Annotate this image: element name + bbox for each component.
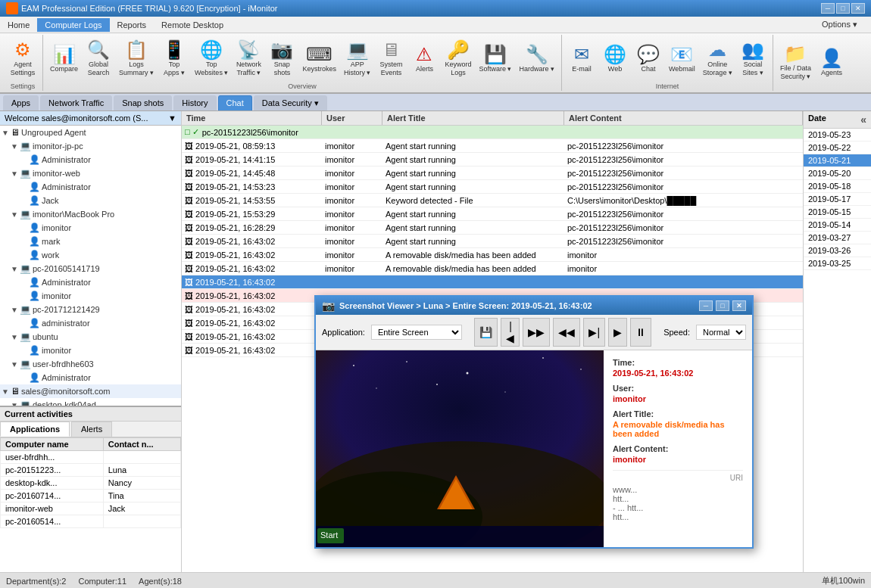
tree-item-desktop-kdk04ad[interactable]: ▼💻desktop-kdk04ad: [0, 398, 181, 406]
back-btn[interactable]: ◀◀: [553, 318, 580, 347]
sidebar-dropdown-icon[interactable]: ▼: [168, 114, 176, 123]
keystrokes-btn[interactable]: ⌨ Keystrokes: [298, 36, 340, 82]
table-row[interactable]: pc-20160714... Tina: [1, 490, 181, 502]
tree-item-admin-pc1[interactable]: 👤Administrator: [0, 275, 181, 289]
expand-user603[interactable]: ▼: [11, 360, 20, 369]
table-row[interactable]: desktop-kdk... Nancy: [1, 477, 181, 490]
options-menu[interactable]: Options ▾: [814, 17, 865, 32]
table-row[interactable]: imonitor-web Jack: [1, 502, 181, 515]
network-traffic-btn[interactable]: 📡 NetworkTraffic ▾: [232, 36, 265, 82]
chat-btn[interactable]: 💬 Chat: [632, 36, 665, 82]
date-item[interactable]: 2019-05-17: [804, 193, 871, 206]
menu-reports[interactable]: Reports: [110, 18, 155, 32]
tab-alerts-bottom[interactable]: Alerts: [71, 422, 112, 437]
expand-ungrouped[interactable]: ▼: [2, 129, 11, 137]
tree-item-imonitor-jp-pc[interactable]: ▼💻imonitor-jp-pc: [0, 139, 181, 153]
date-item[interactable]: 2019-05-15: [804, 206, 871, 219]
expand-sales[interactable]: ▼: [2, 387, 11, 396]
tree-item-admin-web[interactable]: 👤Administrator: [0, 180, 181, 194]
date-item-active[interactable]: 2019-05-21: [804, 154, 871, 167]
alert-row-active[interactable]: 🖼 2019-05-21, 16:43:02: [182, 275, 803, 289]
date-nav-prev[interactable]: «: [860, 114, 866, 126]
app-history-btn[interactable]: 💻 APPHistory ▾: [340, 36, 375, 82]
agents-btn[interactable]: 👤 Agents: [815, 39, 848, 86]
menu-remote-desktop[interactable]: Remote Desktop: [154, 18, 231, 32]
first-btn[interactable]: |◀: [501, 318, 520, 347]
table-row[interactable]: pc-20151223... Luna: [1, 464, 181, 477]
date-item[interactable]: 2019-03-26: [804, 244, 871, 257]
global-search-btn[interactable]: 🔍 GlobalSearch: [82, 36, 115, 82]
pause-btn[interactable]: ⏸: [630, 318, 651, 347]
tree-item-user-bfrdhhe603[interactable]: ▼💻user-bfrdhhe603: [0, 357, 181, 371]
expand-jp-pc[interactable]: ▼: [11, 142, 20, 151]
keyword-logs-btn[interactable]: 🔑 KeywordLogs: [441, 36, 475, 82]
file-security-btn[interactable]: 📁 File / DataSecurity ▾: [776, 39, 815, 86]
tree-item-pc-201712121429[interactable]: ▼💻pc-201712121429: [0, 303, 181, 316]
system-events-btn[interactable]: 🖥 SystemEvents: [374, 36, 407, 82]
agent-settings-btn[interactable]: ⚙ AgentSettings: [6, 36, 39, 82]
tab-network[interactable]: Network Traffic: [40, 95, 112, 110]
logs-summary-btn[interactable]: 📋 LogsSummary ▾: [115, 36, 158, 82]
maximize-btn[interactable]: □: [836, 3, 850, 14]
date-item[interactable]: 2019-05-22: [804, 142, 871, 154]
webmail-btn[interactable]: 📧 Webmail: [665, 36, 699, 82]
date-item[interactable]: 2019-03-27: [804, 232, 871, 244]
expand-imonitor-web[interactable]: ▼: [11, 170, 20, 178]
tree-item-pc-201605141719[interactable]: ▼💻pc-201605141719: [0, 262, 181, 275]
alert-row[interactable]: 🖼 2019-05-21, 16:43:02 imonitor Agent st…: [182, 235, 803, 248]
tree-item-administrator-pc2[interactable]: 👤administrator: [0, 316, 181, 330]
web-btn[interactable]: 🌐 Web: [598, 36, 632, 82]
expand-pc2[interactable]: ▼: [11, 306, 20, 314]
tree-item-admin-user603[interactable]: 👤Administrator: [0, 371, 181, 384]
alerts-btn[interactable]: ⚠ Alerts: [407, 36, 441, 82]
modal-close-btn[interactable]: ✕: [732, 300, 746, 311]
alert-row[interactable]: 🖼 2019-05-21, 14:41:15 imonitor Agent st…: [182, 153, 803, 166]
alert-row[interactable]: 🖼 2019-05-21, 15:53:29 imonitor Agent st…: [182, 207, 803, 221]
software-btn[interactable]: 💾 Software ▾: [475, 36, 515, 82]
tree-item-imonitor-mac[interactable]: ▼💻imonitor\MacBook Pro: [0, 207, 181, 221]
menu-home[interactable]: Home: [0, 18, 37, 32]
expand-imonitor-mac[interactable]: ▼: [11, 210, 20, 219]
tree-item-work[interactable]: 👤work: [0, 248, 181, 262]
tab-datasecurity[interactable]: Data Security ▾: [254, 95, 327, 110]
forward-btn[interactable]: ▶▶: [523, 318, 550, 347]
date-item[interactable]: 2019-05-23: [804, 129, 871, 142]
modal-maximize-btn[interactable]: □: [716, 300, 729, 311]
play-btn[interactable]: ▶: [608, 318, 627, 347]
alert-row[interactable]: 🖼 2019-05-21, 14:45:48 imonitor Agent st…: [182, 166, 803, 180]
social-sites-btn[interactable]: 👥 SocialSites ▾: [736, 36, 770, 82]
close-btn[interactable]: ✕: [851, 3, 865, 14]
minimize-btn[interactable]: ─: [821, 3, 835, 14]
speed-select[interactable]: Normal: [696, 325, 746, 340]
tab-history[interactable]: History: [173, 95, 216, 110]
expand-ubuntu[interactable]: ▼: [11, 333, 20, 341]
tab-applications[interactable]: Applications: [0, 422, 70, 437]
tree-item-admin-jp[interactable]: 👤Administrator: [0, 153, 181, 166]
app-select[interactable]: Entire Screen: [371, 325, 463, 340]
date-item[interactable]: 2019-03-25: [804, 257, 871, 270]
compare-btn[interactable]: 📊 Compare: [46, 36, 82, 82]
snapshots-btn[interactable]: 📷 Snapshots: [265, 36, 298, 82]
alert-row-green-header[interactable]: □ ✓ pc-20151223l256\imonitor: [182, 126, 803, 139]
menu-computer-logs[interactable]: Computer Logs: [37, 18, 109, 32]
alert-row[interactable]: 🖼 2019-05-21, 14:53:55 imonitor Keyword …: [182, 194, 803, 207]
screenshot-viewer-modal[interactable]: 📷 Screenshot Viewer > Luna > Entire Scre…: [314, 295, 754, 549]
tree-item-imonitor-pc1[interactable]: 👤imonitor: [0, 289, 181, 303]
last-btn[interactable]: ▶|: [583, 318, 605, 347]
tree-item-ungrouped[interactable]: ▼🖥Ungrouped Agent: [0, 126, 181, 139]
table-row[interactable]: pc-20160514...: [1, 515, 181, 528]
email-btn[interactable]: ✉ E-mail: [565, 36, 598, 82]
table-row[interactable]: user-bfrdhh...: [1, 451, 181, 464]
tree-item-jack[interactable]: 👤Jack: [0, 194, 181, 207]
tab-apps[interactable]: Apps: [3, 95, 39, 110]
date-item[interactable]: 2019-05-14: [804, 219, 871, 232]
alert-row[interactable]: 🖼 2019-05-21, 16:43:02 imonitor A remova…: [182, 262, 803, 275]
alert-row[interactable]: 🖼 2019-05-21, 16:43:02 imonitor A remova…: [182, 248, 803, 262]
tree-item-imonitor-web[interactable]: ▼💻imonitor-web: [0, 166, 181, 180]
top-apps-btn[interactable]: 📱 TopApps ▾: [158, 36, 191, 82]
date-item[interactable]: 2019-05-20: [804, 167, 871, 180]
online-storage-btn[interactable]: ☁ OnlineStorage ▾: [699, 36, 736, 82]
top-websites-btn[interactable]: 🌐 TopWebsites ▾: [191, 36, 232, 82]
modal-minimize-btn[interactable]: ─: [699, 300, 713, 311]
tree-item-ubuntu[interactable]: ▼💻ubuntu: [0, 330, 181, 344]
